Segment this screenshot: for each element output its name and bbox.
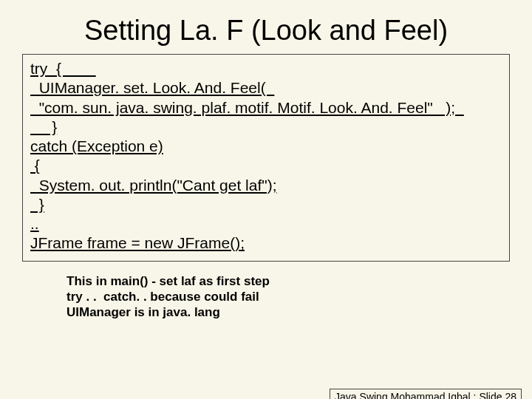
code-line: { [30,156,502,175]
slide: Setting La. F (Look and Feel) try { UIMa… [0,15,532,399]
slide-title: Setting La. F (Look and Feel) [0,15,532,47]
code-line: System. out. println("Cant get laf"); [30,176,502,195]
code-line: } [30,117,502,137]
note-line: UIManager is in java. lang [66,304,532,320]
code-line: catch (Exception e) [30,137,502,156]
code-line: UIManager. set. Look. And. Feel( [30,78,502,98]
code-line: "com. sun. java. swing. plaf. motif. Mot… [30,98,502,117]
code-box: try { UIManager. set. Look. And. Feel( "… [22,54,510,262]
code-line: JFrame frame = new JFrame(); [30,233,502,253]
notes-block: This in main() - set laf as first step t… [66,273,532,321]
note-line: This in main() - set laf as first step [66,273,532,289]
code-line: try { [30,59,502,78]
slide-footer: Java Swing Mohammad Iqbal : Slide 28 [330,389,522,399]
code-line: } [30,195,502,214]
code-line: .. [30,214,502,233]
note-line: try . . catch. . because could fail [66,289,532,304]
